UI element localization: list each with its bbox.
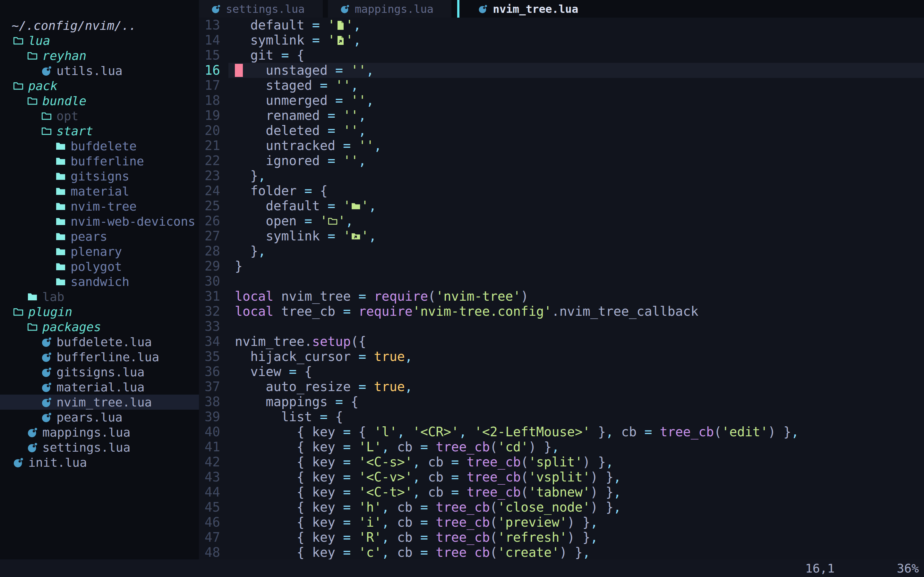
tree-item-label: mappings.lua	[42, 425, 131, 440]
tree-item-label: pears	[71, 229, 107, 243]
tree-item-mappings.lua[interactable]: mappings.lua	[0, 425, 199, 440]
code-line-35[interactable]: 35 hijack_cursor = true,	[199, 349, 924, 364]
tree-item-nvim-web-devicons[interactable]: nvim-web-devicons	[0, 214, 199, 229]
code-line-48[interactable]: 48 { key = 'c', cb = tree_cb('create') }…	[199, 545, 924, 560]
tree-item-utils.lua[interactable]: utils.lua	[0, 63, 199, 78]
code-line-24[interactable]: 24 folder = {	[199, 183, 924, 198]
code-line-17[interactable]: 17 staged = '',	[199, 78, 924, 93]
code-token: 'split'	[528, 455, 583, 469]
editor-buffer[interactable]: 13 default = '',14 symlink = '',15 git =…	[199, 18, 924, 560]
code-line-text: { key = '<C-t>', cb = tree_cb('tabnew') …	[228, 485, 924, 500]
code-line-37[interactable]: 37 auto_resize = true,	[199, 379, 924, 394]
code-line-29[interactable]: 29}	[199, 259, 924, 274]
tree-item-label: lua	[28, 34, 50, 48]
tree-item-lua[interactable]: lua	[0, 33, 199, 48]
code-token: local	[235, 289, 281, 303]
tree-item-label: pack	[28, 79, 58, 93]
tree-item-bufferline[interactable]: bufferline	[0, 153, 199, 169]
tree-item-label: plenary	[71, 245, 122, 259]
code-line-text: { key = 'R', cb = tree_cb('refresh') },	[228, 530, 924, 545]
code-line-32[interactable]: 32local tree_cb = require'nvim-tree.conf…	[199, 304, 924, 319]
code-line-41[interactable]: 41 { key = 'L', cb = tree_cb('cd') },	[199, 440, 924, 455]
code-line-39[interactable]: 39 list = {	[199, 409, 924, 424]
tree-item-gitsigns[interactable]: gitsigns	[0, 169, 199, 184]
code-token: ,	[405, 379, 413, 394]
code-line-13[interactable]: 13 default = '',	[199, 18, 924, 33]
tab-nvim_tree.lua[interactable]: nvim_tree.lua	[457, 0, 596, 18]
tree-item-bufdelete[interactable]: bufdelete	[0, 139, 199, 153]
tree-item-sandwich[interactable]: sandwich	[0, 274, 199, 289]
code-token: =	[335, 394, 351, 409]
code-line-45[interactable]: 45 { key = 'h', cb = tree_cb('close_node…	[199, 500, 924, 515]
code-line-34[interactable]: 34nvim_tree.setup({	[199, 334, 924, 349]
code-line-text: local nvim_tree = require('nvim-tree')	[228, 289, 924, 304]
code-line-15[interactable]: 15 git = {	[199, 48, 924, 63]
tree-item-init.lua[interactable]: init.lua	[0, 455, 199, 470]
code-token: =	[335, 63, 351, 77]
tree-item-pears.lua[interactable]: pears.lua	[0, 410, 199, 425]
code-line-46[interactable]: 46 { key = 'i', cb = tree_cb('preview') …	[199, 515, 924, 530]
tree-item-start[interactable]: start	[0, 123, 199, 139]
code-line-14[interactable]: 14 symlink = '',	[199, 33, 924, 48]
tab-mappings.lua[interactable]: mappings.lua	[328, 0, 452, 18]
tree-item-pears[interactable]: pears	[0, 229, 199, 244]
code-line-text: auto_resize = true,	[228, 379, 924, 394]
code-line-33[interactable]: 33	[199, 319, 924, 334]
code-token: ,	[382, 545, 397, 560]
tree-item-packages[interactable]: packages	[0, 319, 199, 334]
tree-item-label: bufdelete	[71, 139, 137, 153]
tree-item-settings.lua[interactable]: settings.lua	[0, 440, 199, 455]
code-line-25[interactable]: 25 default = '',	[199, 198, 924, 213]
code-line-22[interactable]: 22 ignored = '',	[199, 153, 924, 168]
code-token: tree_cb	[660, 424, 714, 439]
code-line-27[interactable]: 27 symlink = '',	[199, 229, 924, 243]
line-number: 40	[199, 424, 228, 440]
tree-item-bufferline.lua[interactable]: bufferline.lua	[0, 350, 199, 364]
tree-item-polygot[interactable]: polygot	[0, 259, 199, 274]
tree-item-bundle[interactable]: bundle	[0, 93, 199, 108]
code-line-26[interactable]: 26 open = '',	[199, 213, 924, 229]
tree-item-material[interactable]: material	[0, 184, 199, 199]
code-line-text: },	[228, 243, 924, 259]
code-line-23[interactable]: 23 },	[199, 168, 924, 183]
lua-file-icon	[13, 457, 24, 468]
code-line-42[interactable]: 42 { key = '<C-s>', cb = tree_cb('split'…	[199, 455, 924, 470]
tree-item-material.lua[interactable]: material.lua	[0, 380, 199, 395]
tree-item-reyhan[interactable]: reyhan	[0, 48, 199, 63]
code-token: '	[346, 18, 353, 32]
code-line-19[interactable]: 19 renamed = '',	[199, 108, 924, 123]
tree-item-nvim-tree[interactable]: nvim-tree	[0, 199, 199, 214]
tree-item-.confignvim..[interactable]: ~/.config/nvim/..	[0, 18, 199, 33]
code-line-31[interactable]: 31local nvim_tree = require('nvim-tree')	[199, 289, 924, 304]
code-line-28[interactable]: 28 },	[199, 243, 924, 259]
tree-item-nvim_tree.lua[interactable]: nvim_tree.lua	[0, 395, 199, 410]
code-line-30[interactable]: 30	[199, 274, 924, 289]
code-line-20[interactable]: 20 deleted = '',	[199, 123, 924, 138]
code-token: { key	[235, 424, 343, 439]
code-line-18[interactable]: 18 unmerged = '',	[199, 93, 924, 108]
tree-item-bufdelete.lua[interactable]: bufdelete.lua	[0, 334, 199, 350]
code-line-36[interactable]: 36 view = {	[199, 364, 924, 379]
code-line-40[interactable]: 40 { key = { 'l', '<CR>', '<2-LeftMouse>…	[199, 424, 924, 440]
code-line-44[interactable]: 44 { key = '<C-t>', cb = tree_cb('tabnew…	[199, 485, 924, 500]
code-line-text: { key = 'L', cb = tree_cb('cd') },	[228, 440, 924, 455]
code-token: ) }	[583, 455, 606, 469]
tab-settings.lua[interactable]: settings.lua	[199, 0, 323, 18]
code-token: 'cd'	[498, 440, 528, 454]
tree-item-plenary[interactable]: plenary	[0, 244, 199, 259]
line-number: 23	[199, 168, 228, 183]
code-token: symlink	[235, 33, 312, 47]
tree-item-pack[interactable]: pack	[0, 78, 199, 93]
code-line-47[interactable]: 47 { key = 'R', cb = tree_cb('refresh') …	[199, 530, 924, 545]
tree-item-gitsigns.lua[interactable]: gitsigns.lua	[0, 364, 199, 380]
tree-item-plugin[interactable]: plugin	[0, 304, 199, 319]
tree-item-opt[interactable]: opt	[0, 108, 199, 123]
code-line-16[interactable]: 16 unstaged = '',	[199, 63, 924, 78]
code-line-21[interactable]: 21 untracked = '',	[199, 138, 924, 153]
code-line-38[interactable]: 38 mappings = {	[199, 394, 924, 409]
code-line-43[interactable]: 43 { key = '<C-v>', cb = tree_cb('vsplit…	[199, 470, 924, 485]
code-token: cb	[397, 545, 420, 560]
code-token: {	[304, 364, 312, 379]
tree-item-lab[interactable]: lab	[0, 289, 199, 304]
code-line-text: open = '',	[228, 213, 924, 229]
